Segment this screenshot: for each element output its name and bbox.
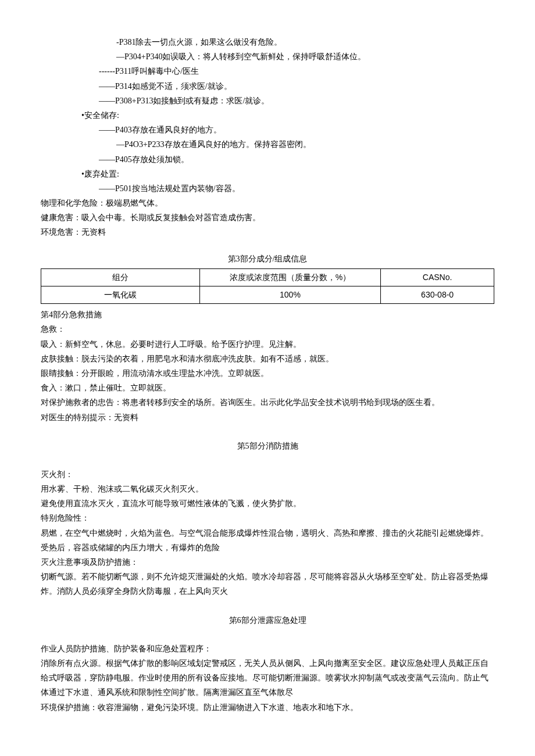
special-hazard-label: 特别危险性： xyxy=(41,511,494,525)
first-aid-inhalation: 吸入：新鲜空气，休息。必要时进行人工呼吸。给予医疗护理。见注解。 xyxy=(41,337,494,352)
disposal-header: •废弃处置: xyxy=(41,167,494,181)
storage-header: •安全储存: xyxy=(41,108,494,123)
table-row: 一氧化碳 100% 630-08-0 xyxy=(41,286,494,304)
first-aid-skin: 皮肤接触：脱去污染的衣着，用肥皂水和清水彻底冲洗皮肤。如有不适感，就医。 xyxy=(41,352,494,366)
extinguisher-label: 灭火剂： xyxy=(41,467,494,482)
td-component: 一氧化碳 xyxy=(41,286,200,304)
composition-table: 组分 浓度或浓度范围（质量分数，%） CASNo. 一氧化碳 100% 630-… xyxy=(41,268,494,304)
first-aid-doctor: 对医生的特别提示：无资料 xyxy=(41,410,494,425)
special-hazard: 易燃，在空气中燃烧时，火焰为蓝色。与空气混合能形成爆炸性混合物，遇明火、高热和摩… xyxy=(41,526,494,555)
first-aid-eyes: 眼睛接触：分开眼睑，用流动清水或生理盐水冲洗。立即就医。 xyxy=(41,366,494,381)
first-aid-label: 急救： xyxy=(41,322,494,336)
environment-protect: 环境保护措施：收容泄漏物，避免污染环境。防止泄漏物进入下水道、地表水和地下水。 xyxy=(41,700,494,715)
hazard-physical: 物理和化学危险：极端易燃气体。 xyxy=(41,196,494,210)
first-aid-ingestion: 食入：漱口，禁止催吐。立即就医。 xyxy=(41,381,494,395)
th-cas: CASNo. xyxy=(381,268,494,286)
section3-title: 第3部分成分/组成信息 xyxy=(41,252,494,266)
precaution-p381: -P381除去一切点火源，如果这么做没有危险。 xyxy=(41,35,494,49)
first-aid-rescuer: 对保护施救者的忠告：将患者转移到安全的场所。咨询医生。出示此化学品安全技术说明书… xyxy=(41,395,494,410)
precaution-p314: ——P314如感觉不适，须求医/就诊。 xyxy=(41,79,494,94)
extinguisher-use: 用水雾、干粉、泡沫或二氧化碳灭火剂灭火。 xyxy=(41,482,494,496)
section6-title: 第6部分泄露应急处理 xyxy=(41,613,494,628)
td-cas: 630-08-0 xyxy=(381,286,494,304)
firefight-label: 灭火注意事项及防护措施： xyxy=(41,555,494,569)
personnel: 消除所有点火源。根据气体扩散的影响区域划定警戒区，无关人员从侧风、上风向撤离至安… xyxy=(41,656,494,700)
precaution-p308-313: ——P308+P313如接触到或有疑虑：求医/就诊。 xyxy=(41,94,494,108)
section4-title: 第4部分急救措施 xyxy=(41,307,494,322)
hazard-environment: 环境危害：无资料 xyxy=(41,225,494,239)
storage-p405: ——P405存放处须加锁。 xyxy=(41,152,494,167)
th-concentration: 浓度或浓度范围（质量分数，%） xyxy=(199,268,381,286)
firefight: 切断气源。若不能切断气源，则不允许熄灭泄漏处的火焰。喷水冷却容器，尽可能将容器从… xyxy=(41,569,494,599)
storage-p403-233: —P4O3+P233存放在通风良好的地方。保持容器密闭。 xyxy=(41,137,494,152)
precaution-p304-340: —P304+P340如误吸入：将人转移到空气新鲜处，保持呼吸舒适体位。 xyxy=(41,49,494,64)
extinguisher-avoid: 避免使用直流水灭火，直流水可能导致可燃性液体的飞溅，使火势扩散。 xyxy=(41,496,494,511)
personnel-label: 作业人员防护措施、防护装备和应急处置程序： xyxy=(41,642,494,656)
precaution-p311: ------P311呼叫解毒中心/医生 xyxy=(41,64,494,78)
storage-p403: ——P403存放在通风良好的地方。 xyxy=(41,123,494,137)
disposal-p501: ——P501按当地法规处置内装物/容器。 xyxy=(41,181,494,196)
th-component: 组分 xyxy=(41,268,200,286)
section5-title: 第5部分消防措施 xyxy=(41,439,494,453)
table-header-row: 组分 浓度或浓度范围（质量分数，%） CASNo. xyxy=(41,268,494,286)
td-concentration: 100% xyxy=(199,286,381,304)
hazard-health: 健康危害：吸入会中毒。长期或反复接触会对器官造成伤害。 xyxy=(41,210,494,225)
